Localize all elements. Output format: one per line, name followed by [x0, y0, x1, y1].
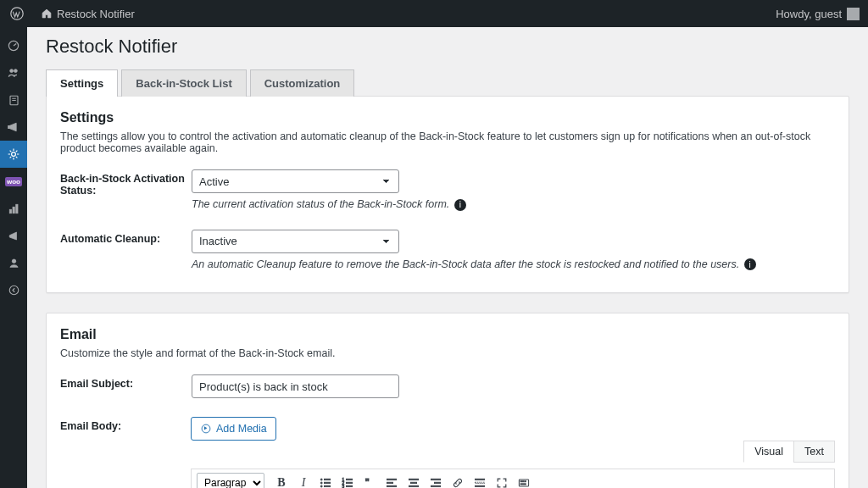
svg-rect-19 [324, 485, 330, 486]
activation-hint: The current activation status of the Bac… [192, 198, 835, 211]
insert-link-button[interactable] [448, 473, 468, 488]
menu-settings-current[interactable] [0, 141, 27, 168]
user-icon [8, 257, 20, 269]
people-icon [7, 66, 20, 80]
svg-rect-30 [409, 479, 418, 480]
fullscreen-icon [495, 476, 509, 488]
svg-rect-11 [15, 204, 17, 214]
svg-rect-10 [13, 207, 14, 214]
svg-rect-29 [387, 485, 396, 486]
add-media-button[interactable]: Add Media [191, 417, 276, 441]
cleanup-label: Automatic Cleanup: [60, 230, 192, 245]
link-icon [451, 476, 465, 488]
menu-analytics[interactable] [0, 195, 27, 222]
toolbar-toggle-button[interactable] [514, 473, 534, 488]
svg-point-13 [9, 286, 19, 295]
svg-rect-28 [387, 482, 392, 483]
svg-rect-24 [346, 482, 352, 483]
fullscreen-button[interactable] [492, 473, 512, 488]
align-right-icon [429, 476, 442, 488]
menu-campaigns[interactable] [0, 222, 27, 249]
email-panel: Email Customize the style and format of … [46, 313, 849, 488]
numbered-list-button[interactable]: 123 [337, 473, 358, 488]
svg-rect-35 [431, 485, 440, 486]
page-title: Restock Notifier [46, 36, 849, 58]
info-icon[interactable]: i [744, 258, 756, 270]
dashboard-icon [7, 39, 20, 53]
align-right-button[interactable] [426, 473, 446, 488]
menu-woocommerce[interactable]: woo [0, 168, 27, 195]
svg-rect-38 [475, 485, 484, 486]
svg-rect-32 [409, 485, 418, 486]
menu-dashboard[interactable] [0, 32, 27, 59]
user-account-menu[interactable]: Howdy, guest [776, 8, 860, 20]
info-icon[interactable]: i [454, 199, 466, 211]
wordpress-icon [10, 7, 24, 20]
tab-row: Settings Back-in-Stock List Customizatio… [46, 69, 849, 97]
bar-chart-icon [8, 202, 20, 215]
cleanup-hint: An automatic Cleanup feature to remove t… [192, 258, 835, 271]
svg-rect-37 [475, 482, 484, 483]
read-more-icon [473, 476, 487, 488]
avatar [847, 8, 860, 20]
svg-rect-41 [522, 481, 524, 482]
blockquote-button[interactable]: " [359, 473, 380, 488]
menu-pages[interactable] [0, 86, 27, 114]
svg-rect-40 [520, 481, 522, 482]
email-subject-label: Email Subject: [60, 374, 192, 390]
italic-button[interactable]: I [293, 473, 314, 488]
activation-status-select[interactable]: Active [192, 169, 399, 193]
align-left-button[interactable] [381, 473, 402, 488]
svg-point-2 [10, 69, 14, 73]
align-center-icon [407, 476, 420, 488]
bold-button[interactable]: B [271, 473, 292, 488]
page-icon [8, 94, 20, 107]
keyboard-icon [517, 476, 531, 488]
chevron-left-circle-icon [8, 284, 20, 297]
svg-point-15 [320, 482, 322, 484]
cleanup-select[interactable]: Inactive [192, 230, 399, 253]
email-subject-input[interactable] [192, 374, 399, 398]
woo-icon: woo [5, 177, 22, 186]
list-ul-icon [319, 476, 332, 488]
align-center-button[interactable] [403, 473, 424, 488]
email-heading: Email [60, 327, 835, 342]
svg-point-3 [14, 69, 17, 73]
svg-rect-42 [525, 481, 526, 482]
menu-profile[interactable] [0, 249, 27, 276]
svg-rect-33 [431, 479, 440, 480]
svg-rect-25 [346, 485, 352, 486]
list-ol-icon: 123 [341, 476, 354, 488]
tab-settings[interactable]: Settings [46, 69, 118, 97]
megaphone-icon [7, 120, 20, 134]
menu-marketing[interactable] [0, 114, 27, 141]
svg-rect-9 [9, 209, 11, 214]
wp-logo-menu[interactable] [5, 0, 29, 27]
svg-rect-31 [410, 482, 416, 483]
home-icon [41, 8, 53, 19]
editor-tab-text[interactable]: Text [793, 441, 835, 463]
svg-rect-18 [324, 482, 330, 483]
svg-rect-36 [475, 479, 484, 480]
activation-status-label: Back-in-Stock Activation Status: [60, 169, 192, 197]
svg-rect-17 [324, 479, 330, 480]
megaphone-icon [8, 230, 20, 242]
menu-users[interactable] [0, 59, 27, 86]
menu-collapse[interactable] [0, 276, 27, 303]
paragraph-format-select[interactable]: Paragraph [197, 473, 264, 488]
svg-text:3: 3 [342, 485, 345, 488]
site-home-link[interactable]: Restock Notifier [36, 0, 140, 27]
svg-rect-23 [346, 479, 352, 480]
bulleted-list-button[interactable] [315, 473, 336, 488]
svg-point-8 [12, 152, 16, 157]
admin-sidebar: woo [0, 27, 27, 488]
settings-heading: Settings [60, 110, 835, 125]
media-icon [200, 423, 212, 435]
align-left-icon [385, 476, 398, 488]
insert-more-button[interactable] [470, 473, 490, 488]
editor-tab-visual[interactable]: Visual [743, 441, 794, 463]
tab-customization[interactable]: Customization [250, 69, 355, 97]
site-name: Restock Notifier [57, 8, 135, 20]
tab-back-in-stock-list[interactable]: Back-in-Stock List [121, 69, 246, 97]
svg-text:": " [364, 477, 369, 487]
